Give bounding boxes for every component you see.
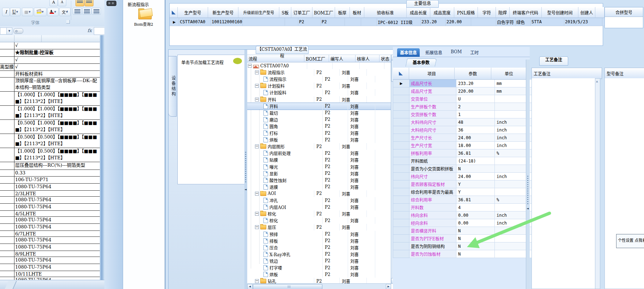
tree-writer-cell[interactable]: 刘喜 — [348, 251, 375, 258]
tree-node-row[interactable]: 烘板P2刘喜已编写 — [247, 271, 391, 278]
tab-info[interactable]: BOM — [448, 48, 464, 57]
main-info-col-header[interactable] — [595, 7, 604, 18]
tree-node-row[interactable]: 内层AOIP2刘喜已编写 — [247, 204, 391, 210]
param-row-selector[interactable] — [393, 134, 409, 142]
tree-node-row[interactable]: 开料P2刘喜已编写 — [247, 96, 391, 103]
main-info-col-header[interactable]: 终端客户代码 — [510, 7, 542, 18]
excel-row[interactable]: 【0.500】【1.000】【■■■■】【■■■■】【2113*2】【HTE】 — [0, 120, 100, 134]
tree-bom-cell[interactable]: P2 — [322, 264, 348, 271]
main-info-col-header[interactable]: 生产型号 — [178, 7, 208, 18]
tree-writer-cell[interactable]: 刘喜 — [348, 103, 375, 110]
tree-writer-cell[interactable]: 刘喜 — [348, 123, 375, 130]
excel-cell-col-a[interactable] — [0, 92, 14, 106]
tree-writer-cell[interactable]: 刘喜 — [348, 136, 375, 143]
param-row[interactable]: 大料经向尺寸36inch — [393, 126, 532, 134]
tree-bom-cell[interactable]: P2 — [322, 238, 348, 244]
excel-cell-col-a[interactable] — [0, 49, 14, 57]
excel-cell-col-a[interactable] — [0, 162, 14, 170]
excel-cell-col-b[interactable]: 层压叠层结构---RC(%)---铜箔类型 — [14, 162, 100, 170]
tree-reviewer-cell[interactable] — [366, 82, 391, 89]
tree-bom-cell[interactable]: P2 — [322, 258, 348, 264]
tree-node-label-cell[interactable]: 压合 — [247, 245, 322, 251]
tree-node-label-cell[interactable]: 退膜 — [247, 184, 322, 190]
main-info-selected-row[interactable]: ▶CSTTA007A010011200016062P2P2IPC-6012 II… — [170, 18, 631, 26]
phonetic-button[interactable]: 文́▼ — [59, 8, 71, 16]
tree-hscroll-thumb[interactable] — [253, 284, 322, 289]
param-row[interactable]: 生产尺寸长24.00inch — [393, 134, 532, 142]
tab-main-info[interactable]: 主要信息 — [406, 0, 439, 8]
tree-bom-cell[interactable]: P2 — [322, 110, 348, 116]
param-row-selector[interactable] — [393, 95, 409, 103]
param-value-cell[interactable]: 18.00 — [456, 142, 495, 149]
param-value-cell[interactable]: N — [456, 250, 495, 258]
tree-node-row[interactable]: 流程指示P2刘喜已编写 — [247, 76, 391, 82]
tree-node-label-cell[interactable]: 铣边 — [247, 258, 322, 264]
tree-reviewer-cell[interactable] — [366, 210, 391, 217]
excel-cell-col-a[interactable] — [0, 264, 14, 271]
tree-writer-cell[interactable] — [332, 62, 359, 69]
main-info-cell[interactable]: STTA — [531, 18, 564, 26]
tree-node-label-cell[interactable]: CSTTA007A0 — [247, 63, 307, 68]
tree-writer-cell[interactable]: 刘喜 — [339, 82, 366, 89]
excel-cell-col-a[interactable] — [0, 71, 14, 78]
main-info-col-header[interactable]: 阻焊 — [496, 7, 510, 18]
tree-node-row[interactable]: 打标P2刘喜已编写 — [247, 130, 391, 136]
param-value-cell[interactable]: (24-18) — [456, 157, 495, 165]
tree-bom-cell[interactable]: P2 — [322, 150, 348, 156]
excel-cell-col-b[interactable]: 1080-TU-75P64 — [14, 277, 100, 280]
tab-process-notes[interactable]: 工艺备注 — [539, 56, 568, 66]
excel-cell-col-b[interactable]: 【1.000】【1.000】【■■■■】【■■■■】【2113*2】【HTE】 — [14, 92, 100, 106]
excel-cell-col-b[interactable]: √ — [14, 42, 100, 49]
tree-node-row[interactable]: 显影P2刘喜已编写 — [247, 170, 391, 177]
tree-bom-cell[interactable]: P2 — [314, 143, 339, 150]
param-row-selector[interactable] — [393, 126, 409, 134]
tree-node-label-cell[interactable]: X-Ray冲孔 — [247, 251, 322, 257]
tree-writer-cell[interactable]: 刘喜 — [348, 271, 375, 278]
param-row-selector[interactable] — [393, 165, 409, 173]
tree-node-row[interactable]: AOIP2刘喜已编写 — [247, 190, 391, 197]
excel-cell-col-a[interactable] — [0, 224, 14, 231]
excel-cell-col-a[interactable] — [0, 217, 14, 224]
tree-node-row[interactable]: 磨边P2刘喜已编写 — [247, 116, 391, 123]
tree-writer-cell[interactable]: 刘喜 — [348, 264, 375, 271]
tree-bom-cell[interactable]: P2 — [322, 231, 348, 238]
tab-basic-info-selected[interactable]: 基本信息 — [397, 48, 420, 57]
tree-node-label-cell[interactable]: 开料 — [247, 103, 322, 109]
excel-cell-col-b[interactable]: 顶铜厚度--底铜厚度--含铜板厚----DK--配本结构--铜箔类型 — [14, 78, 100, 92]
tree-col-header-3[interactable]: 编写人 — [329, 55, 356, 62]
tree-col-header-4[interactable]: 核审人 — [356, 55, 379, 62]
tree-collapse-icon[interactable] — [255, 279, 259, 283]
excel-sheet-tab-bar[interactable] — [0, 280, 104, 289]
align-right-button[interactable] — [92, 8, 101, 15]
main-info-cell[interactable]: P2 — [298, 18, 321, 26]
excel-cell-col-b[interactable]: 106-TU-75P71 — [14, 177, 100, 184]
fill-color-button[interactable]: ▼ — [34, 8, 47, 16]
tree-node-label-cell[interactable]: 层压 — [247, 224, 314, 230]
tree-collapse-icon[interactable] — [255, 192, 259, 196]
param-row[interactable]: 是否为小交货面积拼板N — [393, 165, 532, 173]
excel-cell-col-a[interactable] — [0, 120, 14, 134]
tree-col-header-2[interactable]: BOM工厂 — [304, 55, 329, 62]
excel-cell-col-b[interactable]: 1080-TU-75P64 — [14, 264, 100, 271]
excel-row[interactable]: 顶铜厚度--底铜厚度--含铜板厚----DK--配本结构--铜箔类型 — [0, 78, 100, 92]
excel-cell-col-a[interactable] — [0, 244, 14, 251]
tree-bom-cell[interactable]: P2 — [322, 184, 348, 190]
param-row-selector[interactable] — [393, 235, 409, 242]
tree-node-row[interactable]: CSTTA007A0 — [247, 62, 391, 69]
params-col-header[interactable]: 参数 — [455, 68, 491, 80]
tree-collapse-icon[interactable] — [255, 84, 259, 88]
param-value-cell[interactable]: 4 — [456, 204, 495, 211]
scroll-right-icon[interactable]: ▶ — [386, 284, 391, 289]
excel-cell-col-b[interactable]: 开料板材资料 — [14, 71, 100, 78]
tree-bom-cell[interactable]: P2 — [322, 116, 348, 123]
main-info-col-header[interactable]: 订单工厂 — [291, 7, 312, 18]
tree-node-label-cell[interactable]: 排板 — [247, 238, 322, 244]
tree-node-label-cell[interactable]: 磨边 — [247, 117, 322, 123]
main-info-col-header[interactable]: 板材 — [350, 7, 364, 18]
tree-horizontal-scrollbar[interactable]: ◀ ▶ — [247, 283, 391, 289]
font-dialog-launcher-icon[interactable] — [66, 20, 70, 24]
tree-node-label-cell[interactable]: 酸性蚀刻 — [247, 177, 322, 183]
tree-bom-cell[interactable]: P2 — [322, 136, 348, 143]
param-value-cell[interactable]: N — [456, 227, 495, 235]
excel-cell-col-a[interactable] — [0, 170, 14, 177]
